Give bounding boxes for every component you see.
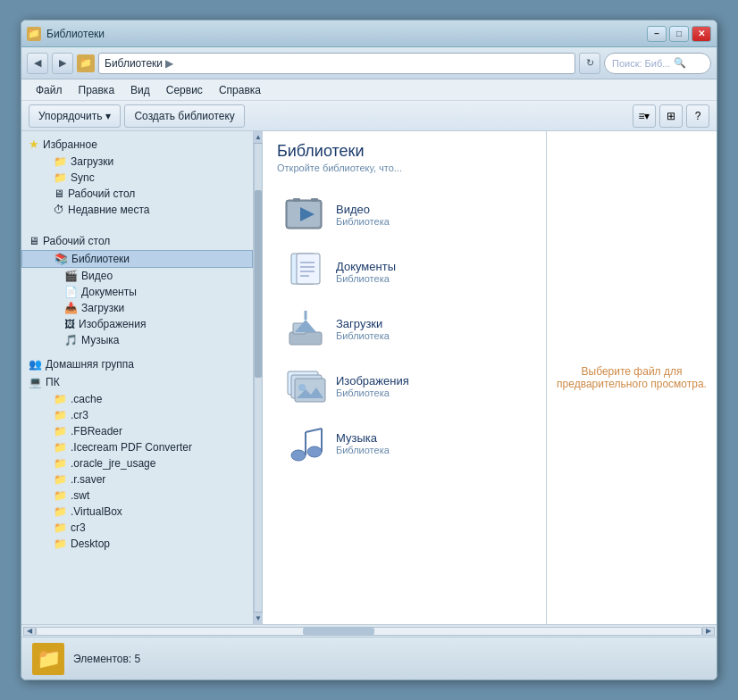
forward-icon: ▶	[59, 57, 66, 69]
menu-view[interactable]: Вид	[123, 82, 157, 98]
virtualbox-label: .VirtualBox	[71, 505, 122, 518]
img-lib-icon	[284, 364, 327, 407]
sidebar-item-downloads[interactable]: 📁 Загрузки	[21, 154, 253, 170]
toolbar: Упорядочить ▾ Создать библиотеку ≡▾ ⊞ ?	[21, 101, 717, 131]
virtualbox-folder-icon: 📁	[54, 505, 67, 518]
sidebar-item-libraries[interactable]: 📚 Библиотеки	[21, 250, 253, 268]
icecream-label: .Icecream PDF Converter	[71, 441, 192, 454]
sidebar-item-cache[interactable]: 📁 .cache	[21, 391, 253, 407]
breadcrumb-arrow: ▶	[165, 57, 173, 70]
docs-lib-info: Документы Библиотека	[336, 260, 396, 284]
pc-header[interactable]: 💻 ПК	[21, 373, 253, 391]
hscroll-thumb[interactable]	[303, 628, 374, 635]
sidebar-item-virtualbox[interactable]: 📁 .VirtualBox	[21, 504, 253, 520]
desktop-header[interactable]: 🖥 Рабочий стол	[21, 232, 253, 250]
address-bar: ◀ ▶ 📁 Библиотеки ▶ ↻ Поиск: Биб... 🔍	[21, 47, 717, 79]
menu-file[interactable]: Файл	[29, 82, 70, 98]
sidebar-item-icecream[interactable]: 📁 .Icecream PDF Converter	[21, 439, 253, 455]
favorites-header[interactable]: ★ Избранное	[21, 135, 253, 154]
sync-folder-icon: 📁	[54, 171, 67, 184]
sidebar-item-images[interactable]: 🖼 Изображения	[21, 316, 253, 332]
library-item-images[interactable]: Изображения Библиотека	[277, 359, 532, 412]
refresh-button[interactable]: ↻	[579, 53, 600, 74]
sidebar-item-recent[interactable]: ⏱ Недавние места	[21, 202, 253, 218]
music-lib-info: Музыка Библиотека	[336, 431, 390, 455]
documents-label: Документы	[81, 286, 137, 298]
sidebar-item-oracle[interactable]: 📁 .oracle_jre_usage	[21, 455, 253, 471]
sync-label: Sync	[71, 171, 95, 184]
forward-button[interactable]: ▶	[52, 53, 73, 74]
maximize-button[interactable]: □	[669, 26, 689, 42]
breadcrumb-bar[interactable]: Библиотеки ▶	[98, 53, 575, 74]
organize-label: Упорядочить	[38, 110, 102, 122]
menu-service[interactable]: Сервис	[159, 82, 210, 98]
desktop-tree-label: Рабочий стол	[43, 235, 110, 247]
homegroup-label: Домашняя группа	[46, 358, 134, 371]
close-button[interactable]: ✕	[692, 26, 711, 42]
layout-button[interactable]: ⊞	[659, 104, 683, 128]
hscroll-left-btn[interactable]: ◀	[23, 627, 36, 636]
sidebar-item-cr3-2[interactable]: 📁 cr3	[21, 520, 253, 536]
desktop-icon: 🖥	[54, 188, 64, 200]
help-icon: ?	[695, 110, 701, 122]
library-item-music[interactable]: Музыка Библиотека	[277, 416, 532, 470]
sidebar-item-desktop2[interactable]: 📁 Desktop	[21, 536, 253, 552]
left-scrollbar[interactable]: ▲ ▼	[254, 131, 263, 624]
breadcrumb-text: Библиотеки	[105, 57, 163, 70]
sidebar-item-video[interactable]: 🎬 Видео	[21, 268, 253, 284]
horizontal-scrollbar[interactable]: ◀ ▶	[21, 624, 717, 637]
sidebar-item-rsaver[interactable]: 📁 .r.saver	[21, 471, 253, 488]
sidebar-item-sync[interactable]: 📁 Sync	[21, 170, 253, 186]
back-button[interactable]: ◀	[27, 53, 48, 74]
sidebar-item-music[interactable]: 🎵 Музыка	[21, 332, 253, 348]
recent-icon: ⏱	[54, 204, 64, 216]
homegroup-header[interactable]: 👥 Домашняя группа	[21, 355, 253, 373]
hscroll-right-btn[interactable]: ▶	[702, 627, 715, 636]
library-item-documents[interactable]: Документы Библиотека	[277, 245, 532, 298]
scroll-thumb[interactable]	[255, 190, 262, 378]
status-text: Элементов: 5	[73, 653, 140, 665]
folder-icon: 📁	[77, 54, 95, 72]
help-button[interactable]: ?	[686, 104, 709, 128]
status-icon: 📁	[32, 643, 64, 675]
oracle-label: .oracle_jre_usage	[71, 457, 155, 470]
icecream-folder-icon: 📁	[54, 441, 67, 454]
preview-text: Выберите файл для предварительного просм…	[547, 356, 717, 399]
organize-dropdown-icon: ▾	[105, 110, 111, 122]
search-bar[interactable]: Поиск: Биб... 🔍	[604, 53, 711, 74]
dl-lib-name: Загрузки	[336, 317, 390, 330]
cr3-2-label: cr3	[71, 521, 86, 534]
dl-lib-info: Загрузки Библиотека	[336, 317, 390, 341]
sidebar-item-desktop[interactable]: 🖥 Рабочий стол	[21, 186, 253, 202]
sidebar-item-downloads2[interactable]: 📥 Загрузки	[21, 300, 253, 316]
downloads-label: Загрузки	[71, 155, 113, 168]
swt-folder-icon: 📁	[54, 489, 67, 502]
title-bar: 📁 Библиотеки – □ ✕	[21, 21, 717, 47]
organize-button[interactable]: Упорядочить ▾	[29, 104, 121, 128]
scroll-up-btn[interactable]: ▲	[254, 131, 263, 144]
minimize-button[interactable]: –	[647, 26, 667, 42]
rsaver-folder-icon: 📁	[54, 473, 67, 486]
rsaver-label: .r.saver	[71, 473, 105, 486]
images-label: Изображения	[79, 318, 146, 330]
menu-edit[interactable]: Правка	[71, 82, 122, 98]
docs-lib-icon	[284, 250, 327, 293]
library-item-video[interactable]: Видео Библиотека	[277, 188, 532, 241]
view-options-button[interactable]: ≡▾	[633, 104, 656, 128]
recent-label: Недавние места	[68, 204, 149, 216]
star-icon: ★	[29, 138, 39, 151]
svg-rect-6	[297, 254, 320, 284]
music-icon: 🎵	[64, 334, 78, 346]
view-options-icon: ≡▾	[638, 110, 650, 122]
create-library-button[interactable]: Создать библиотеку	[124, 104, 244, 128]
sidebar-item-fbreader[interactable]: 📁 .FBReader	[21, 423, 253, 439]
menu-help[interactable]: Справка	[212, 82, 268, 98]
sidebar-item-documents[interactable]: 📄 Документы	[21, 284, 253, 300]
library-item-downloads[interactable]: Загрузки Библиотека	[277, 302, 532, 355]
sidebar-item-swt[interactable]: 📁 .swt	[21, 488, 253, 504]
img-lib-type: Библиотека	[336, 388, 409, 398]
scroll-down-btn[interactable]: ▼	[254, 612, 263, 624]
sidebar-item-cr3[interactable]: 📁 .cr3	[21, 407, 253, 423]
docs-lib-type: Библиотека	[336, 273, 396, 284]
layout-icon: ⊞	[667, 110, 675, 122]
